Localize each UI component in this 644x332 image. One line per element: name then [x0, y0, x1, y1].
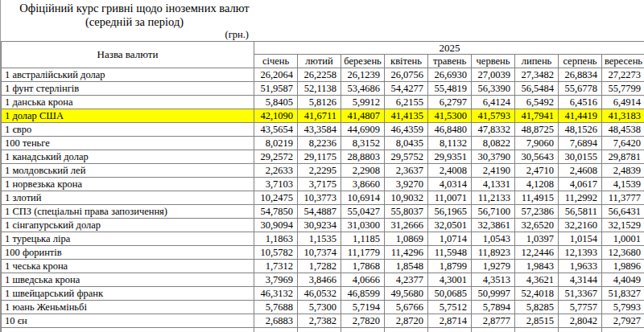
rate-value: 5,8126	[298, 96, 341, 109]
rate-value: 55,6778	[559, 82, 602, 96]
rate-value: 41,5793	[472, 109, 515, 123]
currency-name: 1 юань Женьміньбі	[2, 301, 254, 314]
currency-name: 100 форинтів	[2, 246, 254, 260]
rate-value: 11,5948	[428, 246, 472, 260]
month-header: березень	[341, 55, 385, 68]
rate-value: 26,0756	[385, 68, 428, 82]
rate-value: 41,4135	[385, 109, 428, 123]
rate-value: 41,5300	[428, 109, 472, 123]
rate-value: 4,3001	[428, 273, 472, 287]
rate-value: 55,0427	[341, 205, 385, 219]
rate-value: 56,5811	[559, 205, 602, 219]
month-header: січень	[254, 55, 298, 68]
rate-value: 2,8777	[472, 314, 515, 328]
rate-value: 2,2295	[298, 164, 341, 178]
rate-value: 5,7512	[428, 301, 472, 314]
rate-value: 8,0822	[472, 137, 515, 150]
rate-value: 41,7941	[515, 109, 559, 123]
rate-value: 55,7799	[602, 82, 644, 96]
empty-cell	[341, 328, 385, 332]
rate-value: 29,1175	[298, 150, 341, 164]
rate-value: 55,4819	[428, 82, 472, 96]
rate-value: 3,7103	[254, 178, 298, 191]
month-header: червень	[472, 55, 515, 68]
rate-value: 6,4124	[472, 96, 515, 109]
rate-value: 4,4049	[602, 273, 644, 287]
rate-value: 29,8781	[602, 150, 644, 164]
rate-value: 5,7894	[472, 301, 515, 314]
rate-value: 4,2377	[385, 273, 428, 287]
table-row: 1 данська крона5,84055,81265,99126,21556…	[2, 96, 644, 109]
rate-value: 50,9997	[472, 287, 515, 301]
rate-value: 1,1863	[254, 232, 298, 246]
rate-value: 1,0154	[559, 232, 602, 246]
currency-name: 1 злотий	[2, 191, 254, 205]
rate-value: 1,9633	[559, 260, 602, 273]
rate-value: 48,4538	[602, 123, 644, 137]
rate-value: 2,8714	[428, 314, 472, 328]
rate-value: 1,8799	[428, 260, 472, 273]
clipped-empty-row	[2, 328, 644, 332]
rate-value: 2,3637	[385, 164, 428, 178]
rate-value: 2,8515	[515, 314, 559, 328]
year-header: 2025	[254, 42, 644, 55]
rate-value: 44,6909	[341, 123, 385, 137]
currency-name: 1 молдовський лей	[2, 164, 254, 178]
rate-value: 26,1239	[341, 68, 385, 82]
rate-value: 46,4359	[385, 123, 428, 137]
rate-value: 50,0685	[428, 287, 472, 301]
rate-value: 3,8466	[298, 273, 341, 287]
currency-name: 1 австралійський долар	[2, 68, 254, 82]
rate-value: 57,2386	[515, 205, 559, 219]
page-title-block: Офіційний курс гривні щодо іноземних вал…	[1, 0, 268, 29]
rate-value: 41,4807	[341, 109, 385, 123]
table-row: 1 фунт стерлінгів51,958752,113853,468654…	[2, 82, 644, 96]
rate-value: 4,0314	[428, 178, 472, 191]
rate-value: 29,2572	[254, 150, 298, 164]
month-header: лютий	[298, 55, 341, 68]
rate-value: 1,7312	[254, 260, 298, 273]
rate-value: 5,7688	[254, 301, 298, 314]
page-title: Офіційний курс гривні щодо іноземних вал…	[1, 2, 268, 15]
rate-value: 5,9912	[341, 96, 385, 109]
rate-value: 43,5654	[254, 123, 298, 137]
empty-cell	[298, 328, 341, 332]
rate-value: 1,0543	[472, 232, 515, 246]
rate-value: 56,6431	[602, 205, 644, 219]
table-row: 1 австралійський долар26,206426,225826,1…	[2, 68, 644, 82]
rate-value: 41,6711	[298, 109, 341, 123]
rate-value: 52,4018	[515, 287, 559, 301]
year-header-row: Назва валюти 2025	[2, 42, 644, 55]
month-header: квітень	[385, 55, 428, 68]
rate-value: 3,7175	[298, 178, 341, 191]
currency-name: 1 чеська крона	[2, 260, 254, 273]
currency-name: 1 фунт стерлінгів	[2, 82, 254, 96]
rate-value: 28,8803	[341, 150, 385, 164]
month-header: травень	[428, 55, 472, 68]
rate-value: 6,2155	[385, 96, 428, 109]
table-row: 1 юань Женьміньбі5,76885,73005,71945,676…	[2, 301, 644, 314]
rate-value: 32,6520	[515, 219, 559, 232]
rate-value: 27,0039	[472, 68, 515, 82]
table-row: 1 молдовський лей2,26332,22952,29082,363…	[2, 164, 644, 178]
rate-value: 31,2666	[385, 219, 428, 232]
rate-value: 4,1331	[472, 178, 515, 191]
rate-value: 6,4914	[602, 96, 644, 109]
rate-value: 2,4190	[472, 164, 515, 178]
rate-value: 5,7757	[559, 301, 602, 314]
table-row: 1 євро43,565443,358444,690946,435946,848…	[2, 123, 644, 137]
rate-value: 55,8037	[385, 205, 428, 219]
rate-value: 46,3132	[254, 287, 298, 301]
rate-value: 48,1526	[559, 123, 602, 137]
table-row: 1 швейцарський франк46,313246,053246,859…	[2, 287, 644, 301]
rate-value: 30,5643	[515, 150, 559, 164]
rate-value: 56,1965	[428, 205, 472, 219]
rate-value: 10,9032	[385, 191, 428, 205]
rate-value: 26,6930	[428, 68, 472, 82]
rate-value: 3,7969	[254, 273, 298, 287]
rate-value: 1,0869	[385, 232, 428, 246]
rate-value: 7,9060	[515, 137, 559, 150]
rate-value: 56,7100	[472, 205, 515, 219]
currency-name: 1 канадський долар	[2, 150, 254, 164]
rate-value: 8,2236	[298, 137, 341, 150]
